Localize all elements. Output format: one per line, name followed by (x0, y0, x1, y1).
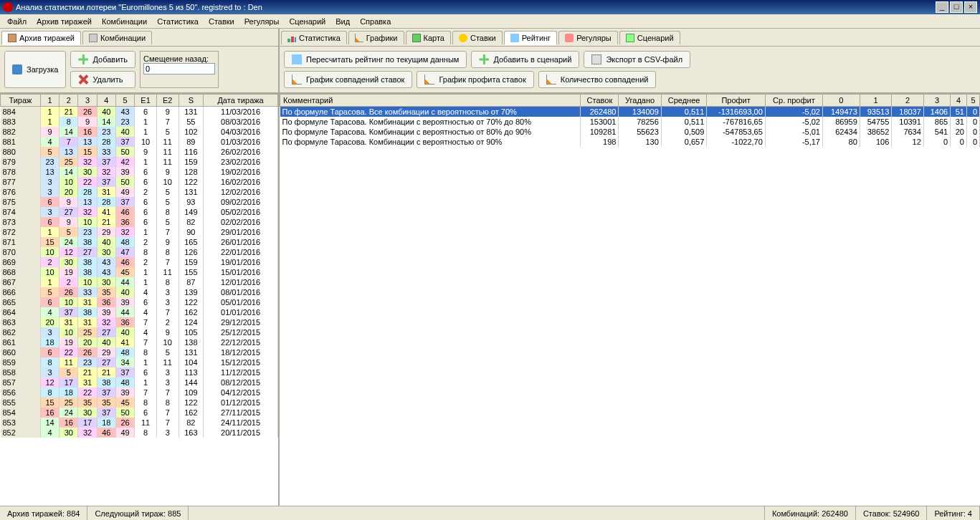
offset-input[interactable] (143, 63, 215, 74)
draw-row[interactable]: 85515253535458812201/12/2015 (1, 398, 278, 408)
col-1[interactable]: 1 (860, 95, 892, 107)
draw-row[interactable]: 85416243037506716227/11/2015 (1, 408, 278, 418)
tab-Графики[interactable]: Графики (348, 31, 404, 44)
draw-row[interactable]: 85314161718261178224/11/2015 (1, 418, 278, 428)
draw-row[interactable]: 8606222629488513118/12/2015 (1, 347, 278, 357)
draw-row[interactable]: 8568182237397710904/12/2015 (1, 387, 278, 398)
draw-row[interactable]: 8763202831492513112/02/2016 (1, 187, 278, 197)
draw-row[interactable]: 8814713283710118901/03/2016 (1, 137, 278, 147)
col-2[interactable]: 2 (892, 95, 924, 107)
button-label: График совпадений ставок (306, 75, 404, 84)
tab-Карта[interactable]: Карта (406, 31, 451, 44)
status-rating: Рейтинг: 4 (927, 506, 980, 520)
button-Количество совпадений[interactable]: Количество совпадений (538, 71, 657, 88)
draw-row[interactable]: 8743273241466814905/02/2016 (1, 207, 278, 217)
offset-label: Смещение назад: (143, 54, 209, 63)
draw-row[interactable]: 85981123273411110415/12/2015 (1, 357, 278, 367)
maximize-button[interactable]: □ (950, 1, 963, 13)
col-4[interactable]: 4 (97, 95, 115, 107)
i-map-icon (412, 34, 421, 42)
draw-row[interactable]: 861181920404171013822/12/2015 (1, 337, 278, 347)
load-button[interactable]: Загрузка (4, 51, 66, 88)
button-Добавить в сценарий[interactable]: Добавить в сценарий (471, 51, 579, 68)
draw-row[interactable]: 85712173138481314408/12/2015 (1, 377, 278, 387)
rating-row[interactable]: По формуле Тарасова. Комбинации с вероят… (280, 137, 980, 147)
draw-row[interactable]: 8656103136396312205/01/2016 (1, 297, 278, 307)
menu-Ставки[interactable]: Ставки (204, 16, 239, 27)
col-3[interactable]: 3 (923, 95, 950, 107)
button-Экспорт в CSV-файл[interactable]: Экспорт в CSV-файл (584, 51, 690, 68)
draw-row[interactable]: 868101938434511115515/01/2016 (1, 267, 278, 277)
draw-row[interactable]: 87731022375061012216/02/2016 (1, 177, 278, 187)
menu-Регуляры[interactable]: Регуляры (240, 16, 284, 27)
rating-row[interactable]: По формуле Тарасова. Комбинации с вероят… (280, 117, 980, 127)
tab-label: Ставки (470, 34, 496, 42)
col-E2[interactable]: E2 (156, 95, 179, 107)
tab-Рейтинг[interactable]: Рейтинг (504, 31, 557, 45)
col-Дата тиража[interactable]: Дата тиража (204, 95, 278, 107)
draw-row[interactable]: 87569132837659309/02/2016 (1, 197, 278, 207)
menu-Вид[interactable]: Вид (331, 16, 354, 27)
draw-row[interactable]: 88051315335091111626/02/2016 (1, 147, 278, 157)
tab-Комбинации[interactable]: Комбинации (82, 31, 152, 44)
draw-row[interactable]: 8644373839444716201/01/2016 (1, 307, 278, 317)
tab-Регуляры[interactable]: Регуляры (558, 31, 618, 44)
draw-row[interactable]: 8524303246498316320/11/2015 (1, 428, 278, 438)
col-3[interactable]: 3 (78, 95, 97, 107)
col-Ср. профит[interactable]: Ср. профит (765, 95, 822, 107)
tab-Архив тиражей[interactable]: Архив тиражей (1, 31, 81, 45)
col-4[interactable]: 4 (951, 95, 967, 107)
draw-row[interactable]: 86320313132367212429/12/2015 (1, 317, 278, 327)
menu-Справка[interactable]: Справка (356, 16, 395, 27)
button-Пересчитать рейтинг по текущим данным[interactable]: Пересчитать рейтинг по текущим данным (284, 51, 467, 68)
draw-row[interactable]: 8829141623401510204/03/2016 (1, 127, 278, 137)
tab-label: Регуляры (576, 34, 612, 42)
tab-Сценарий[interactable]: Сценарий (619, 31, 680, 44)
menu-Статистика[interactable]: Статистика (153, 16, 203, 27)
menu-Комбинации[interactable]: Комбинации (97, 16, 151, 27)
draw-row[interactable]: 87115243840482916526/01/2016 (1, 237, 278, 247)
menu-Сценарий[interactable]: Сценарий (285, 16, 330, 27)
draw-row[interactable]: 8831891423175508/03/2016 (1, 117, 278, 127)
rating-grid[interactable]: КомментарийСтавокУгаданоСреднееПрофитСр.… (280, 93, 980, 506)
draw-row[interactable]: 87813143032396912819/02/2016 (1, 167, 278, 177)
draw-row[interactable]: 86712103044188712/01/2016 (1, 277, 278, 287)
menu-Архив тиражей[interactable]: Архив тиражей (32, 16, 96, 27)
col-5[interactable]: 5 (966, 95, 979, 107)
tab-label: Карта (424, 34, 444, 42)
draw-row[interactable]: 879232532374211115923/02/2016 (1, 157, 278, 167)
col-2[interactable]: 2 (60, 95, 78, 107)
draw-row[interactable]: 87010122730478812622/01/2016 (1, 247, 278, 257)
col-1[interactable]: 1 (40, 95, 59, 107)
draw-row[interactable]: 8665263335404313908/01/2016 (1, 287, 278, 297)
rating-row[interactable]: По формуле Тарасова. Комбинации с вероят… (280, 127, 980, 137)
button-label: Количество совпадений (561, 75, 649, 84)
minimize-button[interactable]: _ (936, 1, 948, 13)
draw-row[interactable]: 8623102527404910525/12/2015 (1, 327, 278, 337)
add-button[interactable]: Добавить (70, 51, 135, 68)
draws-grid[interactable]: Тираж12345E1E2SДата тиража88412126404369… (0, 93, 278, 506)
col-S[interactable]: S (179, 95, 204, 107)
col-0[interactable]: 0 (822, 95, 860, 107)
col-Угадано[interactable]: Угадано (619, 95, 661, 107)
col-Комментарий[interactable]: Комментарий (280, 95, 581, 107)
draw-row[interactable]: 8841212640436913111/03/2016 (1, 107, 278, 117)
button-График профита ставок[interactable]: График профита ставок (417, 71, 533, 88)
button-График совпадений ставок[interactable]: График совпадений ставок (284, 71, 412, 88)
delete-button[interactable]: Удалить (70, 71, 135, 88)
tab-Ставки[interactable]: Ставки (452, 31, 503, 44)
col-Профит[interactable]: Профит (707, 95, 766, 107)
col-E1[interactable]: E1 (135, 95, 157, 107)
draw-row[interactable]: 858352121376311311/12/2015 (1, 367, 278, 377)
col-Тираж[interactable]: Тираж (1, 95, 41, 107)
tab-Статистика[interactable]: Статистика (281, 31, 347, 44)
col-Среднее[interactable]: Среднее (661, 95, 707, 107)
close-button[interactable]: × (964, 1, 977, 13)
rating-row[interactable]: По формуле Тарасова. Все комбинации с ве… (280, 107, 980, 117)
col-5[interactable]: 5 (115, 95, 134, 107)
draw-row[interactable]: 8692303843462715919/01/2016 (1, 257, 278, 267)
menu-Файл[interactable]: Файл (3, 16, 31, 27)
col-Ставок[interactable]: Ставок (581, 95, 619, 107)
draw-row[interactable]: 87215232932179029/01/2016 (1, 227, 278, 237)
draw-row[interactable]: 87369102136658202/02/2016 (1, 217, 278, 227)
